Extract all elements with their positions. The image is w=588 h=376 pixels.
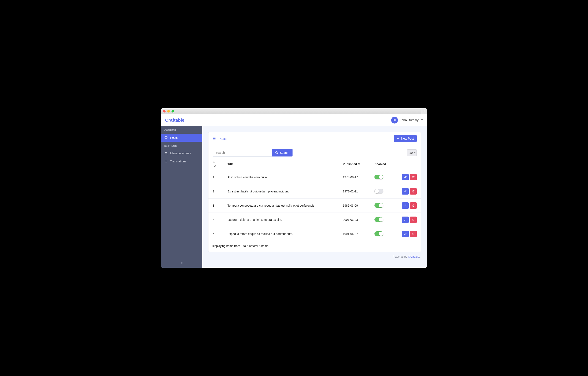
trash-icon: [412, 204, 415, 207]
posts-card: Posts New Post: [208, 132, 421, 252]
delete-button[interactable]: [410, 174, 417, 180]
edit-button[interactable]: [402, 217, 409, 223]
delete-button[interactable]: [410, 188, 417, 195]
delete-button[interactable]: [410, 231, 417, 237]
app-window: + Craftable JD John Dummy CONTENT Posts …: [161, 108, 427, 268]
search-button[interactable]: Search: [272, 149, 293, 156]
search-input[interactable]: [213, 149, 272, 156]
sidebar-section-label: CONTENT: [161, 126, 202, 134]
cell-enabled: [370, 184, 396, 199]
edit-button[interactable]: [402, 231, 409, 237]
edit-icon: [404, 176, 407, 179]
trash-icon: [412, 176, 415, 179]
column-header-actions: [396, 158, 421, 170]
edit-icon: [404, 218, 407, 221]
cell-title: At in soluta veritatis vero nulla.: [223, 170, 339, 184]
table-row: 5Expedita totam eaque sit mollitia aut p…: [209, 227, 421, 241]
enabled-toggle[interactable]: [375, 175, 383, 179]
trash-icon: [412, 190, 415, 193]
delete-button[interactable]: [410, 202, 417, 209]
list-icon: [213, 137, 216, 140]
edit-button[interactable]: [402, 188, 409, 195]
cell-title: Ex est est facilis ut quibusdam placeat …: [223, 184, 339, 199]
table-tools: Search 10: [209, 145, 421, 158]
cell-published-at: 1991-06-07: [339, 227, 370, 241]
sidebar-item-label: Manage access: [170, 152, 191, 155]
sidebar-collapse-button[interactable]: [161, 258, 202, 268]
svg-point-0: [165, 152, 167, 153]
main-content: Posts New Post: [202, 126, 427, 268]
sidebar-section-label: SETTINGS: [161, 142, 202, 149]
close-window-button[interactable]: [163, 110, 166, 112]
new-post-button-label: New Post: [401, 137, 414, 140]
sidebar-item-label: Translations: [170, 160, 186, 163]
select-arrows-icon: [414, 152, 415, 154]
cell-published-at: 1973-08-17: [339, 170, 370, 184]
minimize-window-button[interactable]: [167, 110, 170, 112]
table-row: 3Tempora consequatur dicta repudiandae e…: [209, 199, 421, 213]
table-row: 1At in soluta veritatis vero nulla.1973-…: [209, 170, 421, 184]
sidebar-item-posts[interactable]: Posts: [161, 134, 202, 142]
cell-enabled: [370, 213, 396, 227]
cell-title: Tempora consequatur dicta repudiandae es…: [223, 199, 339, 213]
page-title: Posts: [219, 137, 227, 140]
user-menu[interactable]: JD John Dummy: [391, 117, 423, 123]
cell-published-at: 1973-02-21: [339, 184, 370, 199]
column-header-published-at[interactable]: Published at: [339, 158, 370, 170]
cell-id: 1: [209, 170, 223, 184]
footer-link[interactable]: Craftable: [408, 255, 419, 258]
edit-icon: [404, 190, 407, 193]
page-footer: Powered by Craftable.: [208, 252, 421, 259]
new-post-button[interactable]: New Post: [394, 135, 417, 142]
enabled-toggle[interactable]: [375, 189, 383, 193]
cell-published-at: 2007-03-23: [339, 213, 370, 227]
mac-titlebar: +: [161, 108, 427, 114]
sidebar-item-manage-access[interactable]: Manage access: [161, 149, 202, 157]
trash-icon: [412, 218, 415, 221]
maximize-window-button[interactable]: [171, 110, 174, 112]
column-header-id[interactable]: ID: [209, 158, 223, 170]
delete-button[interactable]: [410, 217, 417, 223]
cell-id: 4: [209, 213, 223, 227]
svg-point-7: [276, 152, 277, 153]
search-icon: [275, 151, 278, 154]
user-name: John Dummy: [400, 118, 419, 122]
table-row: 2Ex est est facilis ut quibusdam placeat…: [209, 184, 421, 199]
cell-id: 5: [209, 227, 223, 241]
cell-title: Laborum dolor a ut animi tempora ex sint…: [223, 213, 339, 227]
chevron-down-icon: [421, 120, 423, 121]
edit-icon: [404, 232, 407, 235]
traffic-lights: [163, 110, 174, 112]
chevron-double-left-icon: [180, 262, 183, 264]
cell-enabled: [370, 227, 396, 241]
enabled-toggle[interactable]: [375, 203, 383, 208]
posts-table: ID Title Published at Enabled 1At in sol…: [209, 158, 421, 241]
enabled-toggle[interactable]: [375, 217, 383, 222]
svg-point-1: [166, 161, 166, 161]
table-row: 4Laborum dolor a ut animi tempora ex sin…: [209, 213, 421, 227]
avatar: JD: [391, 117, 398, 123]
card-header: Posts New Post: [209, 132, 421, 145]
column-header-title[interactable]: Title: [223, 158, 339, 170]
brand-logo[interactable]: Craftable: [165, 118, 184, 123]
search-button-label: Search: [280, 151, 289, 154]
cell-enabled: [370, 170, 396, 184]
edit-button[interactable]: [402, 202, 409, 209]
column-header-enabled[interactable]: Enabled: [370, 158, 396, 170]
cell-title: Expedita totam eaque sit mollitia aut pa…: [223, 227, 339, 241]
per-page-value: 10: [409, 151, 413, 154]
cell-published-at: 1989-03-09: [339, 199, 370, 213]
sidebar: CONTENT Posts SETTINGS Manage access Tra…: [161, 126, 202, 268]
cell-enabled: [370, 199, 396, 213]
topbar: Craftable JD John Dummy: [161, 114, 427, 126]
svg-line-8: [277, 153, 278, 154]
cell-id: 2: [209, 184, 223, 199]
per-page-select[interactable]: 10: [407, 149, 417, 156]
pin-icon: [164, 160, 168, 163]
app-body: CONTENT Posts SETTINGS Manage access Tra…: [161, 126, 427, 268]
enabled-toggle[interactable]: [375, 231, 383, 236]
sidebar-item-translations[interactable]: Translations: [161, 157, 202, 165]
edit-icon: [404, 204, 407, 207]
new-tab-button[interactable]: +: [421, 108, 427, 114]
edit-button[interactable]: [402, 174, 409, 180]
